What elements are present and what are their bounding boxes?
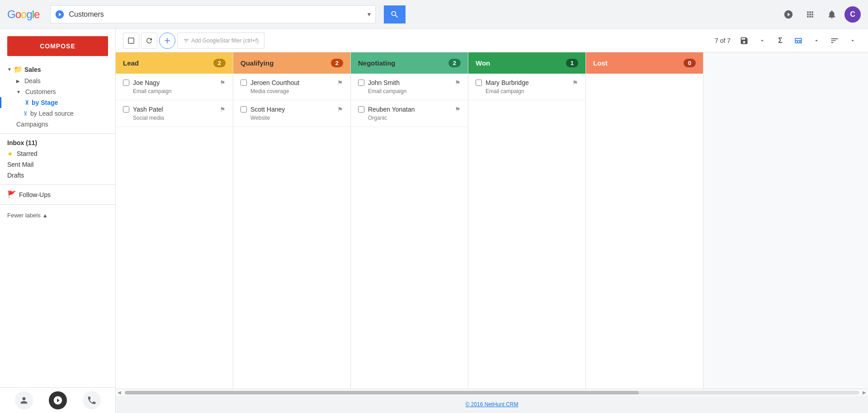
lead-count-badge: 2	[213, 59, 226, 67]
negotiating-label: Negotiating	[358, 59, 396, 67]
kanban-card-reuben[interactable]: Reuben Yonatan ⚑ Organic	[351, 100, 468, 127]
sum-icon-btn[interactable]: Σ	[772, 33, 788, 49]
flag-btn[interactable]: ⚑	[455, 79, 461, 86]
card-source: Website	[241, 115, 343, 121]
lost-column-header: Lost 0	[586, 52, 703, 74]
refresh-btn[interactable]	[141, 33, 157, 49]
card-source: Organic	[358, 115, 461, 121]
view-dropdown-btn[interactable]	[808, 33, 825, 49]
sidebar-bottom	[0, 387, 116, 413]
flag-btn[interactable]: ⚑	[337, 79, 343, 86]
kanban-card-john-smith[interactable]: John Smith ⚑ Email campaign	[351, 74, 468, 100]
flag-btn[interactable]: ⚑	[220, 79, 226, 86]
card-checkbox[interactable]	[241, 106, 247, 113]
user-avatar[interactable]: C	[844, 6, 861, 23]
folder-icon: 📁	[14, 65, 23, 74]
sidebar-item-customers[interactable]: ▼ Customers	[0, 86, 115, 97]
sidebar-item-sales[interactable]: ▼ 📁 Sales	[0, 63, 115, 75]
content: Add GoogleStar filter (ctrl+f) 7 of 7 Σ	[116, 29, 868, 413]
footer[interactable]: © 2016 NetHunt CRM	[116, 396, 868, 413]
kanban-card-jeroen[interactable]: Jeroen Courthout ⚑ Media coverage	[233, 74, 350, 100]
card-checkbox[interactable]	[123, 106, 129, 113]
card-source: Email campaign	[476, 88, 578, 94]
nethunt-header-icon[interactable]	[779, 5, 797, 23]
flag-btn[interactable]: ⚑	[220, 106, 226, 113]
won-column-header: Won 1	[468, 52, 585, 74]
flag-btn[interactable]: ⚑	[572, 79, 578, 86]
header: Google ▼ C	[0, 0, 868, 29]
sidebar-item-inbox[interactable]: Inbox (11)	[0, 137, 115, 148]
fewer-labels-btn[interactable]: Fewer labels ▲	[0, 208, 115, 222]
scrollbar-area: ◀ ▶	[116, 389, 868, 396]
kanban-column-won: Won 1 Mary Burbridge ⚑ Email campaign	[468, 52, 586, 389]
select-checkbox-btn[interactable]	[123, 33, 139, 49]
notifications-icon[interactable]	[823, 5, 841, 23]
sidebar-item-campaigns[interactable]: Campaigns	[0, 119, 115, 130]
kanban-card-scott[interactable]: Scott Haney ⚑ Website	[233, 100, 350, 127]
won-label: Won	[476, 59, 490, 67]
expand-icon: ▼	[7, 67, 12, 72]
kanban-card-yash-patel[interactable]: Yash Patel ⚑ Social media	[116, 100, 233, 127]
card-checkbox[interactable]	[476, 80, 482, 86]
nethunt-icon	[51, 9, 69, 19]
by-stage-label: by Stage	[32, 99, 58, 106]
expand-customers-icon: ▼	[16, 89, 21, 94]
filter-icon-stage: ⊻	[25, 99, 29, 106]
kanban-column-lead: Lead 2 Joe Nagy ⚑ Email campaign	[116, 52, 233, 389]
sort-dropdown-btn[interactable]	[844, 33, 861, 49]
apps-icon[interactable]	[801, 5, 819, 23]
card-checkbox[interactable]	[358, 106, 364, 113]
card-checkbox[interactable]	[358, 80, 364, 86]
kanban-card-joe-nagy[interactable]: Joe Nagy ⚑ Email campaign	[116, 74, 233, 100]
crm-icon[interactable]	[49, 391, 67, 409]
sidebar-item-drafts[interactable]: Drafts	[0, 170, 115, 181]
by-lead-source-label: by Lead source	[30, 110, 74, 117]
toolbar-right: Σ	[736, 33, 861, 49]
filter-btn[interactable]: Add GoogleStar filter (ctrl+f)	[177, 33, 264, 49]
sidebar-item-deals[interactable]: ▶ Deals	[0, 75, 115, 86]
qualifying-count-badge: 2	[331, 59, 343, 67]
scroll-left-arrow[interactable]: ◀	[116, 390, 123, 396]
scroll-right-arrow[interactable]: ▶	[861, 390, 868, 396]
save-btn[interactable]	[736, 33, 752, 49]
sidebar-item-sent-mail[interactable]: Sent Mail	[0, 159, 115, 170]
sidebar-item-by-stage[interactable]: ⊻ by Stage	[0, 97, 115, 108]
sales-label: Sales	[24, 66, 41, 73]
pagination-info: 7 of 7	[715, 37, 731, 44]
lost-label: Lost	[593, 59, 608, 67]
flag-btn[interactable]: ⚑	[455, 106, 461, 113]
kanban-card-mary[interactable]: Mary Burbridge ⚑ Email campaign	[468, 74, 585, 100]
card-name: Yash Patel	[133, 106, 216, 113]
filter-label: Add GoogleStar filter (ctrl+f)	[191, 38, 259, 44]
card-name: John Smith	[368, 79, 451, 86]
sidebar-item-starred[interactable]: ★ Starred	[0, 148, 115, 159]
qualifying-label: Qualifying	[241, 59, 274, 67]
search-input[interactable]	[69, 10, 363, 19]
flag-btn[interactable]: ⚑	[337, 106, 343, 113]
fewer-labels-label: Fewer labels	[7, 212, 41, 219]
kanban-view-btn[interactable]	[790, 33, 807, 49]
scrollbar-thumb[interactable]	[125, 391, 639, 394]
follow-ups-label: Follow-Ups	[19, 191, 51, 198]
sidebar: COMPOSE ▼ 📁 Sales ▶ Deals ▼ Customers ⊻ …	[0, 29, 116, 413]
compose-button[interactable]: COMPOSE	[7, 36, 108, 56]
lead-cards: Joe Nagy ⚑ Email campaign Yash Patel ⚑ S…	[116, 74, 233, 389]
add-record-btn[interactable]	[159, 33, 175, 49]
main-layout: COMPOSE ▼ 📁 Sales ▶ Deals ▼ Customers ⊻ …	[0, 29, 868, 413]
card-source: Email campaign	[123, 88, 226, 94]
phone-icon[interactable]	[83, 391, 101, 409]
card-name: Joe Nagy	[133, 79, 216, 86]
card-checkbox[interactable]	[123, 80, 129, 86]
sidebar-item-follow-ups[interactable]: 🚩 Follow-Ups	[0, 188, 115, 201]
customers-label: Customers	[25, 88, 56, 95]
contacts-icon[interactable]	[15, 391, 33, 409]
sidebar-item-by-lead-source[interactable]: ⊻ by Lead source	[0, 108, 115, 119]
lead-label: Lead	[123, 59, 139, 67]
card-checkbox[interactable]	[241, 80, 247, 86]
card-source: Social media	[123, 115, 226, 121]
search-dropdown-btn[interactable]: ▼	[363, 11, 375, 18]
search-button[interactable]	[384, 5, 406, 23]
campaigns-label: Campaigns	[16, 121, 48, 128]
save-dropdown-btn[interactable]	[754, 33, 770, 49]
sort-btn[interactable]	[826, 33, 843, 49]
